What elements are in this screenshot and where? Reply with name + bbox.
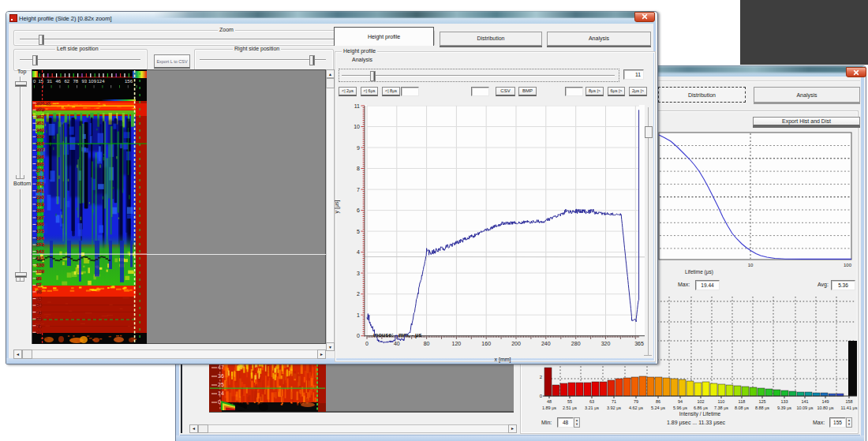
svg-text:100: 100	[844, 263, 852, 267]
svg-text:296: 296	[36, 155, 45, 159]
svg-text:160: 160	[481, 341, 491, 346]
svg-text:0: 0	[365, 341, 369, 346]
svg-text:31: 31	[47, 79, 53, 84]
svg-text:10.09 μs: 10.09 μs	[796, 405, 813, 410]
svg-text:79: 79	[634, 399, 638, 404]
svg-text:175: 175	[36, 229, 45, 234]
svg-text:x [mm]: x [mm]	[495, 357, 511, 363]
svg-text:158: 158	[845, 399, 852, 404]
svg-text:102: 102	[697, 399, 704, 404]
svg-text:351: 351	[36, 121, 45, 125]
svg-text:55: 55	[567, 399, 572, 404]
svg-text:9: 9	[357, 145, 360, 151]
svg-text:3: 3	[357, 271, 360, 276]
svg-text:10.80 μs: 10.80 μs	[817, 405, 833, 410]
svg-text:186: 186	[36, 222, 45, 226]
svg-text:10: 10	[748, 263, 754, 267]
svg-text:156: 156	[125, 79, 133, 84]
svg-text:109: 109	[36, 269, 45, 274]
svg-text:14: 14	[218, 391, 224, 396]
svg-text:2: 2	[357, 291, 360, 297]
svg-text:36: 36	[218, 373, 224, 379]
svg-text:9.39 μs: 9.39 μs	[777, 405, 791, 410]
svg-text:141: 141	[801, 399, 808, 404]
svg-text:0: 0	[540, 394, 543, 398]
svg-text:329: 329	[36, 134, 45, 139]
svg-text:3.92 μs: 3.92 μs	[607, 405, 621, 410]
svg-text:197: 197	[36, 215, 45, 220]
svg-text:43: 43	[36, 310, 42, 315]
svg-text:15: 15	[39, 79, 44, 84]
svg-text:48: 48	[547, 399, 552, 404]
svg-text:219: 219	[36, 202, 45, 207]
svg-text:21: 21	[36, 323, 42, 328]
svg-text:8: 8	[357, 166, 360, 171]
svg-text:6: 6	[357, 207, 360, 213]
svg-text:285: 285	[36, 162, 45, 166]
svg-text:2.51 μs: 2.51 μs	[563, 405, 577, 410]
svg-text:120: 120	[452, 341, 462, 346]
svg-text:98: 98	[36, 276, 42, 281]
svg-text:40: 40	[394, 341, 400, 346]
svg-text:362: 362	[36, 114, 45, 119]
svg-text:10: 10	[36, 330, 42, 334]
svg-text:109: 109	[88, 79, 97, 84]
svg-text:241: 241	[36, 189, 45, 193]
svg-text:230: 230	[36, 195, 45, 200]
svg-text:32: 32	[36, 316, 42, 321]
svg-text:y [μs]: y [μs]	[334, 200, 340, 214]
svg-text:131: 131	[36, 256, 45, 260]
svg-text:200: 200	[511, 341, 521, 346]
svg-text:4: 4	[357, 249, 360, 255]
svg-text:153: 153	[36, 242, 45, 247]
svg-text:Intensity / Lifetime: Intensity / Lifetime	[679, 411, 721, 417]
svg-text:25: 25	[218, 382, 224, 387]
svg-text:7.38 μs: 7.38 μs	[714, 405, 728, 410]
svg-text:142: 142	[36, 249, 45, 254]
svg-text:5.24 μs: 5.24 μs	[651, 405, 665, 410]
svg-text:280: 280	[571, 341, 581, 346]
svg-text:54: 54	[36, 303, 42, 308]
svg-text:Lifetime (μs): Lifetime (μs)	[685, 269, 713, 275]
svg-text:118: 118	[739, 399, 746, 404]
svg-text:87: 87	[36, 282, 42, 287]
svg-text:252: 252	[36, 181, 45, 186]
svg-text:124: 124	[97, 79, 106, 84]
svg-text:110: 110	[718, 399, 725, 404]
svg-text:93: 93	[82, 79, 88, 84]
svg-text:340: 340	[36, 128, 45, 133]
svg-text:125: 125	[758, 399, 765, 404]
svg-text:11.41 μs: 11.41 μs	[841, 405, 858, 410]
svg-text:8.08 μs: 8.08 μs	[735, 405, 749, 410]
svg-text:65: 65	[36, 297, 42, 301]
svg-text:86: 86	[656, 399, 660, 404]
svg-text:1: 1	[357, 312, 360, 318]
svg-text:133: 133	[780, 399, 788, 404]
svg-text:76: 76	[36, 290, 42, 294]
svg-text:208: 208	[36, 208, 45, 213]
svg-text:3.21 μs: 3.21 μs	[585, 405, 599, 410]
svg-text:11: 11	[354, 103, 360, 109]
svg-text:63: 63	[589, 399, 594, 404]
svg-text:384.31: 384.31	[36, 101, 51, 106]
svg-text:373: 373	[36, 107, 45, 112]
svg-text:1.89 μs: 1.89 μs	[542, 405, 556, 410]
svg-text:365: 365	[634, 341, 644, 346]
svg-text:62: 62	[65, 79, 70, 84]
svg-text:318: 318	[36, 141, 45, 146]
svg-text:274: 274	[36, 168, 45, 173]
svg-text:0: 0	[357, 333, 360, 338]
svg-text:5.96 μs: 5.96 μs	[673, 405, 687, 410]
svg-text:80: 80	[424, 341, 430, 346]
svg-text:71: 71	[612, 399, 616, 404]
svg-text:263: 263	[36, 175, 45, 180]
svg-text:149: 149	[821, 399, 829, 404]
svg-text:4.62 μs: 4.62 μs	[629, 405, 643, 410]
svg-text:6.86 μs: 6.86 μs	[694, 405, 708, 410]
svg-text:0: 0	[218, 399, 221, 405]
svg-text:120: 120	[36, 263, 45, 267]
svg-text:78: 78	[73, 79, 79, 84]
svg-text:94: 94	[678, 399, 683, 404]
svg-text:10: 10	[354, 124, 360, 129]
svg-text:7: 7	[357, 187, 360, 192]
